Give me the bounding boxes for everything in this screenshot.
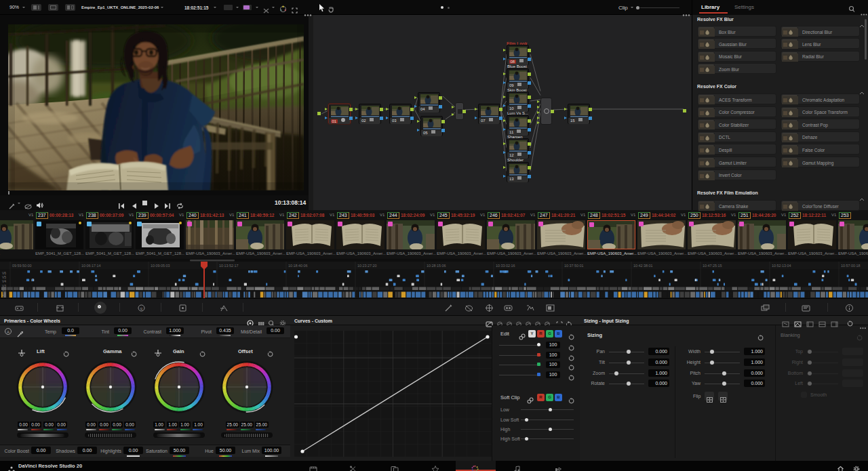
svg-text:10:06:17:14: 10:06:17:14 [81,264,100,268]
svg-text:q: q [140,306,142,310]
svg-text:V4: V4 [2,279,6,283]
svg-text:10:47:25:15: 10:47:25:15 [703,264,722,268]
svg-text:V6: V6 [2,271,6,275]
svg-text:09:59:50:00: 09:59:50:00 [12,264,31,268]
svg-text:10:23:27:20: 10:23:27:20 [357,264,376,268]
svg-text:10:13:52:17: 10:13:52:17 [219,264,238,268]
svg-text:10:33:02:16: 10:33:02:16 [496,264,515,268]
svg-text:10:09:05:03: 10:09:05:03 [151,264,170,268]
svg-text:10:18:40:06: 10:18:40:06 [288,264,307,268]
svg-text:10:28:15:06: 10:28:15:06 [427,264,446,268]
svg-text:10:57:00:18: 10:57:00:18 [841,264,860,268]
svg-text:10:42:38:01: 10:42:38:01 [633,264,652,268]
svg-text:10:52:13:04: 10:52:13:04 [772,264,791,268]
svg-text:V5: V5 [2,275,6,279]
svg-text:10:37:50:01: 10:37:50:01 [564,264,583,268]
